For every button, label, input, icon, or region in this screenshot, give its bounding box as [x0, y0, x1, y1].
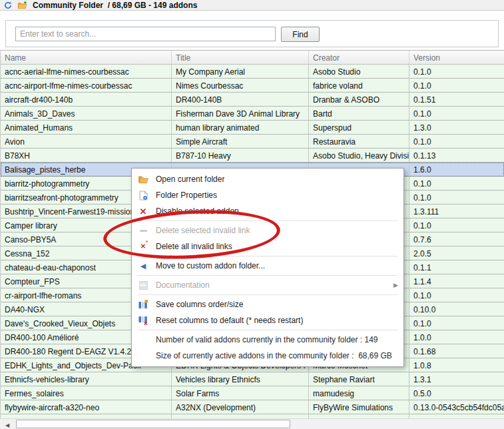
menu-info-line: Size of currently active addons in the c…: [132, 348, 403, 364]
move-left-icon: ◀: [137, 262, 149, 270]
cell-version: 0.7.6: [409, 232, 504, 246]
menu-item-label: Number of valid addons currently in the …: [156, 335, 378, 344]
cell-title: My Company Aerial: [172, 65, 309, 78]
cell-version: 0.1.1: [409, 260, 504, 274]
column-header-creator[interactable]: Creator: [309, 51, 409, 64]
cell-version: 0.1.0: [409, 79, 504, 92]
cell-creator: FlyByWire Simulations: [309, 400, 409, 414]
table-header: NameTitleCreatorVersion: [1, 51, 504, 65]
cell-creator: Stephane Raviart: [309, 372, 409, 386]
menu-separator: [137, 275, 398, 276]
menu-item-label: Documentation: [156, 280, 210, 290]
menu-separator: [137, 256, 398, 256]
minus-icon: [137, 230, 149, 232]
cell-name: aircraft-dr400-140b: [1, 93, 172, 106]
disable-addon-icon: ✕: [137, 207, 149, 216]
scroll-left-icon[interactable]: ◀: [3, 420, 12, 428]
table-row[interactable]: Ethnicfs-vehicles-libraryVehicles librar…: [1, 372, 504, 386]
cell-title: Fisherman Dave 3D Animal Library: [172, 107, 309, 120]
cell-version: 1.3.1: [409, 372, 504, 386]
cell-version: 1.0.8: [409, 358, 504, 372]
cell-creator: mamudesig: [309, 386, 409, 400]
cell-name: B78XH: [1, 149, 172, 162]
menu-info-line: Number of valid addons currently in the …: [132, 332, 403, 348]
cell-version: 0.13.0-0543c5cb54fdc05a6e: [409, 400, 504, 414]
cell-name: flybywire-aircraft-a320-neo: [1, 400, 172, 414]
cell-version: 0.10.0: [409, 302, 504, 316]
menu-item-label: Size of currently active addons in the c…: [156, 351, 392, 360]
cell-version: 0.5.0: [409, 386, 504, 400]
menu-item[interactable]: ✕Disable selected addon: [132, 203, 403, 219]
cell-name: Fermes_solaires: [1, 386, 172, 400]
menu-item[interactable]: Folder Properties: [132, 187, 403, 203]
cell-version: 0.1.0: [409, 218, 504, 232]
cell-title: A32NX (Development): [172, 400, 309, 414]
column-header-name[interactable]: Name: [1, 51, 172, 64]
search-input[interactable]: [15, 27, 276, 41]
cell-title: B787-10 Heavy: [172, 149, 309, 162]
cell-creator: Bartd: [309, 107, 409, 120]
delete-link-icon: ✕: [137, 243, 149, 250]
menu-item-label: Move to custom addon folder...: [156, 261, 265, 270]
cell-version: 0.1.0: [409, 288, 504, 302]
menu-item[interactable]: Reset columns to default (* needs restar…: [132, 312, 403, 328]
cell-version: 1.0.0: [409, 330, 504, 344]
find-button[interactable]: Find: [281, 27, 320, 42]
cell-version: 2.0.5: [409, 246, 504, 260]
menu-item: Delete selected invalid link: [132, 222, 403, 238]
horizontal-scrollbar[interactable]: ◀: [0, 418, 504, 429]
cell-creator: Superspud: [309, 121, 409, 134]
menu-item-label: Disable selected addon: [156, 207, 239, 216]
table-row[interactable]: AvionSimple AircraftRestauravia0.1.0: [1, 135, 504, 149]
cell-creator: Asobo Studio, Heavy Division: [309, 149, 409, 162]
cell-name: acnc-airport-lfme-nimes-courbessac: [1, 79, 172, 92]
folder-properties-icon: [137, 191, 149, 201]
menu-separator: [137, 330, 398, 330]
table-row[interactable]: Fermes_solairesSolar Farmsmamudesig0.5.0: [1, 386, 504, 400]
table-row[interactable]: Animated_Humanshuman library animatedSup…: [1, 121, 504, 135]
refresh-icon[interactable]: [4, 1, 12, 9]
menu-item[interactable]: ◀Move to custom addon folder...: [132, 258, 403, 274]
cell-version: 1.3.0: [409, 121, 504, 134]
cell-name: Animated_Humans: [1, 121, 172, 134]
menu-item-label: Reset columns to default (* needs restar…: [156, 316, 303, 325]
menu-item[interactable]: Save columns order/size: [132, 296, 403, 312]
cell-title: Vehicles library Ethnicfs: [172, 372, 309, 386]
search-panel: Find: [5, 20, 499, 47]
add-folder-icon[interactable]: [17, 1, 27, 9]
cell-creator: Asobo Studio: [309, 65, 409, 78]
cell-version: 0.1.13: [409, 149, 504, 162]
cell-name: Ethnicfs-vehicles-library: [1, 372, 172, 386]
menu-item-label: Open current folder: [156, 175, 224, 184]
menu-item[interactable]: ✕Delete all invalid links: [132, 238, 403, 254]
table-row[interactable]: acnc-aerial-lfme-nimes-courbessacMy Comp…: [1, 65, 504, 79]
column-header-title[interactable]: Title: [172, 51, 309, 64]
page-title: Community Folder / 68,69 GB - 149 addons: [33, 1, 197, 10]
cell-version: 0.1.0: [409, 177, 504, 190]
table-row[interactable]: B78XHB787-10 HeavyAsobo Studio, Heavy Di…: [1, 149, 504, 163]
cell-version: 0.1.0: [409, 135, 504, 148]
cell-title: DR400-140B: [172, 93, 309, 106]
cell-version: 0.1.0: [409, 65, 504, 78]
cell-name: acnc-aerial-lfme-nimes-courbessac: [1, 65, 172, 78]
table-row[interactable]: Animals_3D_DavesFisherman Dave 3D Animal…: [1, 107, 504, 121]
cell-name: Animals_3D_Daves: [1, 107, 172, 120]
menu-item[interactable]: Open current folder: [132, 171, 403, 187]
columns-save-icon: [137, 300, 149, 309]
scrollbar-thumb[interactable]: [16, 420, 290, 428]
column-header-version[interactable]: Version: [409, 51, 504, 64]
cell-name: Avion: [1, 135, 172, 148]
cell-title: human library animated: [172, 121, 309, 134]
menu-item-label: Save columns order/size: [156, 300, 243, 309]
columns-reset-icon: [137, 316, 149, 325]
cell-title: Simple Aircraft: [172, 135, 309, 148]
table-row[interactable]: aircraft-dr400-140bDR400-140BDranbar & A…: [1, 93, 504, 107]
cell-version: 0.1.68: [409, 344, 504, 358]
menu-item-label: Delete all invalid links: [156, 242, 232, 251]
cell-version: 1.1.4: [409, 274, 504, 288]
cell-version: 0.1.0: [409, 107, 504, 120]
table-row[interactable]: acnc-airport-lfme-nimes-courbessacNimes …: [1, 79, 504, 93]
menu-item: PDFDocumentation▶: [132, 277, 403, 293]
menu-item-label: Delete selected invalid link: [156, 226, 250, 235]
table-row[interactable]: flybywire-aircraft-a320-neoA32NX (Develo…: [1, 400, 504, 414]
